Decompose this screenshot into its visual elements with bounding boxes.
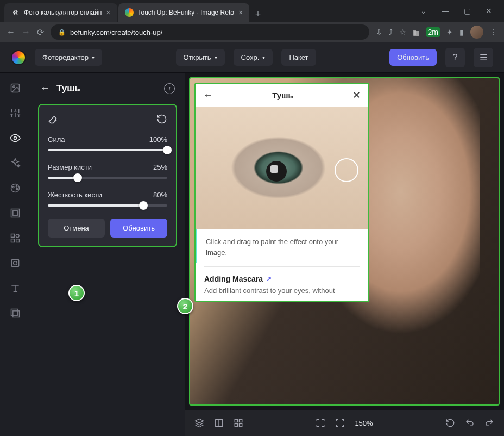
- close-icon[interactable]: ✕: [352, 89, 361, 101]
- slider-thumb[interactable]: [139, 201, 148, 210]
- help-icon[interactable]: ?: [445, 48, 465, 67]
- menu-icon[interactable]: ⋮: [490, 28, 497, 36]
- tip-article-link[interactable]: Adding Mascara↗: [204, 275, 360, 283]
- grid-icon[interactable]: [234, 418, 243, 428]
- upgrade-button[interactable]: Обновить: [389, 49, 437, 66]
- svg-rect-12: [11, 259, 18, 266]
- svg-rect-15: [12, 311, 19, 317]
- editor-dropdown[interactable]: Фоторедактор▾: [35, 49, 102, 66]
- tab-title: Фото калькулятор онлайн: [24, 9, 102, 16]
- svg-rect-7: [11, 209, 19, 217]
- side-panel-icon[interactable]: ▮: [459, 28, 464, 36]
- app-body: ← Тушь i Сила100% Размер кисти25%: [0, 73, 504, 436]
- fullscreen-icon[interactable]: [316, 418, 325, 428]
- redo-icon[interactable]: [484, 418, 494, 428]
- chevron-down-icon: ▾: [215, 54, 217, 60]
- install-icon[interactable]: ⇩: [376, 28, 382, 36]
- frame-tool-icon[interactable]: [9, 207, 22, 220]
- graphics-tool-icon[interactable]: [9, 232, 22, 245]
- batch-button[interactable]: Пакет: [281, 49, 316, 66]
- touch-up-tool-icon[interactable]: [9, 132, 22, 145]
- favicon-icon: [125, 8, 134, 17]
- apply-button[interactable]: Обновить: [110, 219, 167, 238]
- brush-cursor-icon: [335, 158, 358, 182]
- eraser-icon[interactable]: [48, 114, 59, 124]
- annotation-marker-1: 1: [68, 285, 85, 301]
- slider-track[interactable]: [48, 149, 167, 151]
- lock-icon: 🔒: [58, 29, 66, 36]
- tab-title: Touch Up: BeFunky - Image Reto: [138, 9, 234, 16]
- forward-icon[interactable]: →: [22, 27, 30, 38]
- tip-instruction: Click and drag to paint the effect onto …: [196, 229, 366, 263]
- slider-label: Размер кисти: [48, 163, 92, 171]
- reset-icon[interactable]: [156, 114, 167, 124]
- close-window-icon[interactable]: ✕: [482, 7, 495, 15]
- open-button[interactable]: Открыть▾: [176, 49, 225, 66]
- favicon-icon: 🛠: [11, 8, 20, 17]
- image-canvas[interactable]: ← Тушь ✕ Click and drag to paint the eff…: [189, 77, 500, 406]
- extension-badge[interactable]: 2m: [426, 27, 440, 37]
- back-icon[interactable]: ←: [7, 27, 15, 38]
- slider-value: 25%: [153, 163, 167, 171]
- undo-icon[interactable]: [465, 418, 475, 428]
- overlay-tool-icon[interactable]: [9, 257, 22, 270]
- share-icon[interactable]: ⤴: [389, 28, 393, 36]
- slider-thumb[interactable]: [163, 146, 172, 154]
- tip-article-text: Add brilliant contrast to your eyes, wit…: [204, 286, 360, 295]
- bookmark-icon[interactable]: ☆: [399, 28, 406, 36]
- slider-track[interactable]: [48, 204, 167, 207]
- chevron-down-icon[interactable]: ⌄: [417, 7, 430, 15]
- svg-rect-8: [12, 211, 17, 215]
- panel-title: Тушь: [56, 83, 158, 94]
- maximize-icon[interactable]: ▢: [461, 7, 474, 15]
- control-card: Сила100% Размер кисти25% Жесткость кисти…: [38, 104, 177, 247]
- close-icon[interactable]: ×: [238, 8, 243, 17]
- slider-label: Сила: [48, 135, 65, 144]
- tool-rail: [0, 73, 30, 436]
- browser-tab-1[interactable]: 🛠 Фото калькулятор онлайн ×: [4, 3, 117, 22]
- slider-label: Жесткость кисти: [48, 191, 102, 199]
- save-button[interactable]: Сохр.▾: [234, 49, 273, 66]
- canvas-area: ← Тушь ✕ Click and drag to paint the eff…: [185, 73, 504, 436]
- cancel-button[interactable]: Отмена: [48, 219, 105, 238]
- slider-track[interactable]: [48, 177, 167, 179]
- back-icon[interactable]: ←: [203, 90, 213, 101]
- texture-tool-icon[interactable]: [9, 307, 22, 320]
- tip-article-title-text: Adding Mascara: [204, 275, 263, 283]
- svg-point-4: [12, 186, 14, 188]
- card-toolbar: [48, 114, 167, 124]
- slider-thumb[interactable]: [73, 173, 82, 182]
- minimize-icon[interactable]: —: [439, 7, 452, 15]
- info-icon[interactable]: i: [164, 83, 175, 94]
- new-tab-button[interactable]: +: [250, 7, 266, 22]
- reload-icon[interactable]: ⟳: [37, 27, 44, 38]
- app-logo[interactable]: [11, 50, 26, 65]
- fit-icon[interactable]: [335, 418, 345, 428]
- tip-header: ← Тушь ✕: [196, 84, 368, 107]
- card-actions: Отмена Обновить: [48, 219, 167, 238]
- adjust-tool-icon[interactable]: [9, 107, 22, 120]
- zoom-level[interactable]: 150%: [355, 419, 373, 427]
- extensions-icon[interactable]: ✦: [446, 28, 453, 36]
- batch-label: Пакет: [289, 53, 308, 61]
- svg-rect-17: [235, 419, 237, 422]
- url-input[interactable]: 🔒 befunky.com/create/touch-up/: [51, 24, 369, 40]
- effects-tool-icon[interactable]: [9, 157, 22, 170]
- compare-icon[interactable]: [214, 418, 224, 428]
- avatar[interactable]: [470, 26, 483, 39]
- hamburger-icon[interactable]: ☰: [474, 48, 493, 67]
- svg-point-3: [11, 184, 19, 192]
- browser-tab-2[interactable]: Touch Up: BeFunky - Image Reto ×: [118, 3, 250, 22]
- tip-popup: ← Тушь ✕ Click and drag to paint the eff…: [194, 83, 369, 302]
- tip-article: Adding Mascara↗ Add brilliant contrast t…: [196, 270, 368, 301]
- svg-point-13: [13, 261, 17, 265]
- extension-icon[interactable]: ▦: [413, 28, 420, 36]
- layers-icon[interactable]: [194, 418, 204, 428]
- image-tool-icon[interactable]: [9, 82, 22, 95]
- history-icon[interactable]: [445, 418, 455, 428]
- svg-rect-14: [11, 309, 17, 316]
- artsy-tool-icon[interactable]: [9, 182, 22, 195]
- back-icon[interactable]: ←: [40, 83, 50, 94]
- close-icon[interactable]: ×: [106, 8, 110, 17]
- text-tool-icon[interactable]: [9, 282, 22, 295]
